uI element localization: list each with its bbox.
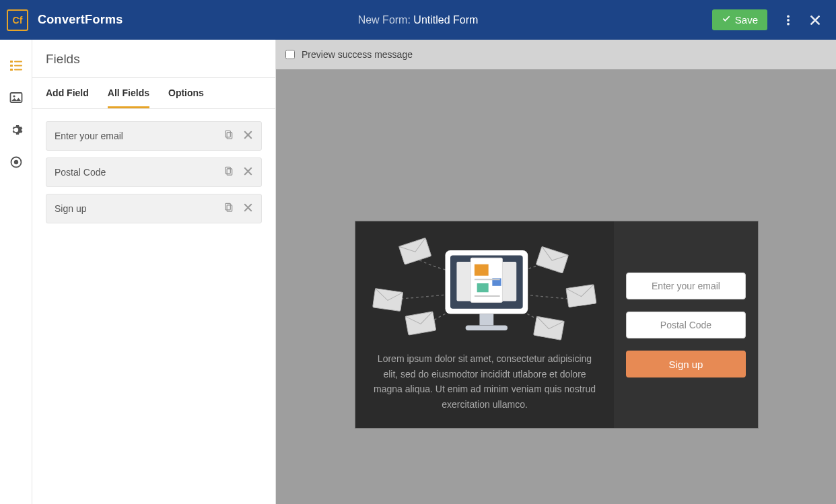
rail-target-icon[interactable] [9, 155, 23, 169]
icon-rail [0, 40, 32, 504]
page-title: New Form: Untitled Form [358, 14, 479, 26]
field-row[interactable]: Postal Code [46, 157, 262, 187]
save-button[interactable]: Save [712, 9, 767, 30]
field-label: Sign up [55, 203, 86, 214]
svg-rect-14 [227, 133, 232, 139]
newsletter-illustration [370, 238, 599, 342]
duplicate-icon[interactable] [223, 166, 234, 178]
tab-add-field[interactable]: Add Field [46, 78, 89, 108]
side-panel: Fields Add Field All Fields Options Ente… [32, 40, 276, 504]
rail-fields-icon[interactable] [9, 59, 23, 72]
delete-icon[interactable] [243, 130, 253, 142]
field-row[interactable]: Enter your email [46, 121, 262, 151]
svg-rect-17 [225, 203, 231, 209]
svg-rect-5 [10, 65, 13, 67]
svg-rect-28 [466, 325, 508, 330]
tab-all-fields[interactable]: All Fields [108, 78, 149, 108]
form-preview-right: Sign up [614, 221, 758, 428]
svg-point-12 [13, 160, 18, 164]
save-button-label: Save [735, 14, 758, 26]
svg-point-0 [787, 15, 790, 17]
signup-button[interactable]: Sign up [626, 351, 746, 377]
delete-icon[interactable] [243, 166, 253, 178]
brand-name: ConvertForms [38, 13, 123, 27]
duplicate-icon[interactable] [223, 130, 234, 142]
svg-rect-22 [536, 246, 568, 273]
field-label: Postal Code [55, 167, 106, 178]
panel-tabs: Add Field All Fields Options [32, 78, 275, 109]
svg-point-10 [13, 95, 15, 97]
rail-image-icon[interactable] [9, 91, 23, 104]
svg-rect-3 [10, 61, 13, 63]
kebab-menu-icon[interactable] [782, 14, 794, 26]
svg-rect-8 [14, 69, 22, 71]
canvas: Preview success message [276, 40, 836, 504]
preview-strip: Preview success message [276, 40, 836, 69]
svg-rect-6 [14, 65, 22, 67]
field-row[interactable]: Sign up [46, 194, 262, 223]
field-label: Enter your email [55, 131, 123, 141]
svg-rect-27 [479, 314, 493, 325]
preview-success-label: Preview success message [302, 49, 413, 60]
svg-rect-23 [566, 285, 596, 308]
tab-options[interactable]: Options [168, 78, 204, 108]
duplicate-icon[interactable] [223, 203, 234, 215]
svg-rect-15 [225, 167, 231, 173]
postal-code-input[interactable] [626, 312, 746, 338]
svg-rect-21 [405, 312, 436, 335]
svg-rect-19 [399, 238, 431, 264]
svg-rect-7 [10, 69, 13, 71]
rail-gear-icon[interactable] [9, 123, 23, 137]
svg-rect-4 [14, 61, 22, 63]
form-preview: Lorem ipsum dolor sit amet, consectetur … [355, 221, 758, 428]
svg-rect-13 [225, 131, 231, 137]
delete-icon[interactable] [243, 203, 253, 215]
page-title-name: Untitled Form [413, 14, 478, 26]
svg-rect-16 [227, 169, 232, 175]
form-preview-left: Lorem ipsum dolor sit amet, consectetur … [355, 221, 614, 428]
svg-point-2 [787, 22, 790, 25]
close-icon[interactable] [809, 14, 821, 26]
preview-success-checkbox[interactable] [285, 50, 295, 59]
svg-rect-33 [477, 283, 489, 292]
svg-rect-18 [227, 205, 232, 211]
svg-rect-20 [373, 289, 403, 312]
page-title-prefix: New Form: [358, 14, 414, 26]
svg-rect-32 [475, 264, 489, 276]
svg-rect-24 [534, 316, 565, 340]
panel-title: Fields [32, 40, 275, 78]
email-input[interactable] [626, 273, 746, 299]
form-description: Lorem ipsum dolor sit amet, consectetur … [370, 351, 599, 412]
fields-list: Enter your email Postal Code Sign up [32, 109, 275, 236]
check-icon [722, 14, 731, 26]
svg-point-1 [787, 19, 790, 22]
app-logo: Cf [7, 9, 28, 31]
